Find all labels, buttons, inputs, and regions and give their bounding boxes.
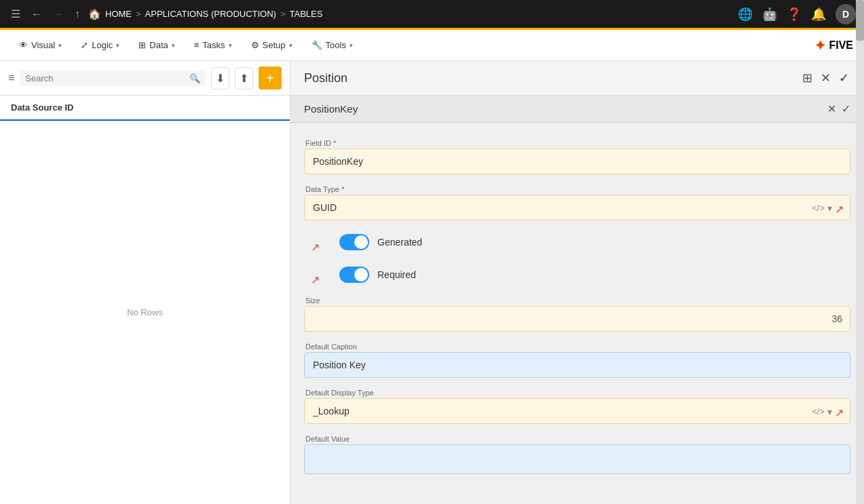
generated-label: Generated [377, 237, 422, 248]
bell-icon[interactable]: 🔔 [811, 7, 826, 22]
breadcrumb: 🏠 HOME > APPLICATIONS (PRODUCTION) > TAB… [88, 8, 732, 20]
size-label: Size [304, 296, 850, 305]
home-icon: 🏠 [88, 8, 101, 20]
top-nav-right: 🌐 🤖 ❓ 🔔 D [738, 4, 856, 24]
size-value: 36 [831, 313, 842, 324]
generated-row: ↗ Generated [331, 231, 850, 253]
breadcrumb-sep2: > [280, 9, 286, 19]
form-area: Field ID * Data Type * </> ▾ ↗ [290, 123, 864, 504]
default-display-type-wrapper: </> ▾ ↗ [304, 398, 850, 424]
size-wrapper: 36 [304, 306, 850, 332]
data-type-wrapper: </> ▾ ↗ [304, 195, 850, 220]
default-caption-group: Default Caption [304, 343, 850, 378]
form-scroll-container: Field ID * Data Type * </> ▾ ↗ [290, 123, 864, 504]
default-caption-label: Default Caption [304, 343, 850, 351]
dropdown-icon[interactable]: ▾ [827, 202, 832, 213]
main-layout: ≡ 🔍 ⬇ ⬆ + Data Source ID No Rows Positio… [0, 61, 864, 504]
size-group: Size 36 [304, 296, 850, 332]
top-nav: ☰ ← → ↑ 🏠 HOME > APPLICATIONS (PRODUCTIO… [0, 0, 864, 30]
panel-header: Position ⊞ ✕ ✓ [290, 61, 864, 96]
grid-view-icon[interactable]: ⊞ [801, 69, 814, 87]
display-dropdown-icon[interactable]: ▾ [827, 406, 832, 416]
required-red-arrow: ↗ [311, 273, 320, 286]
field-id-label: Field ID * [304, 139, 850, 147]
display-code-icon[interactable]: </> [812, 406, 825, 416]
sub-panel-title: PositionKey [304, 103, 358, 115]
required-toggle[interactable] [339, 267, 369, 283]
data-type-group: Data Type * </> ▾ ↗ [304, 185, 850, 220]
default-caption-input[interactable] [304, 352, 850, 378]
setup-label: Setup [263, 40, 286, 50]
sidebar-empty: No Rows [0, 121, 290, 504]
logic-icon: ⤢ [81, 40, 88, 50]
up-icon[interactable]: ↑ [72, 5, 83, 23]
breadcrumb-tables[interactable]: TABLES [290, 9, 323, 19]
default-display-type-group: Default Display Type </> ▾ ↗ [304, 389, 850, 424]
filter-icon[interactable]: ≡ [8, 72, 14, 84]
scroll-indicator [856, 123, 864, 504]
display-type-red-arrow: ↗ [835, 406, 844, 419]
globe-icon[interactable]: 🌐 [738, 7, 753, 22]
field-id-group: Field ID * [304, 139, 850, 174]
nav-data[interactable]: ⊞ Data ▾ [130, 36, 183, 54]
nav-tasks[interactable]: ≡ Tasks ▾ [186, 36, 240, 54]
search-input-wrap: 🔍 [20, 71, 206, 86]
data-caret: ▾ [172, 42, 175, 49]
search-icon: 🔍 [189, 73, 200, 83]
forward-icon[interactable]: → [50, 5, 67, 23]
tools-label: Tools [326, 40, 346, 50]
tasks-caret: ▾ [229, 42, 232, 49]
no-rows-label: No Rows [127, 307, 163, 317]
sidebar-column-header: Data Source ID [0, 96, 290, 121]
second-nav: 👁 Visual ▾ ⤢ Logic ▾ ⊞ Data ▾ ≡ Tasks ▾ … [0, 30, 864, 61]
search-input[interactable] [25, 73, 185, 83]
breadcrumb-home[interactable]: HOME [105, 9, 132, 19]
required-row: ↗ Required [331, 264, 850, 286]
setup-caret: ▾ [289, 42, 293, 49]
field-id-input[interactable] [304, 149, 850, 174]
download-button[interactable]: ⬇ [211, 67, 229, 90]
menu-icon[interactable]: ☰ [8, 5, 23, 23]
display-type-icons: </> ▾ ↗ [812, 405, 844, 418]
nav-logic[interactable]: ⤢ Logic ▾ [73, 36, 128, 54]
robot-icon[interactable]: 🤖 [762, 7, 777, 22]
panel-save-icon[interactable]: ✓ [838, 69, 850, 87]
visual-icon: 👁 [19, 40, 28, 50]
setup-icon: ⚙ [251, 40, 259, 50]
default-value-input[interactable] [304, 444, 850, 474]
size-input[interactable] [304, 306, 850, 332]
data-type-input[interactable] [304, 195, 850, 220]
generated-toggle[interactable] [339, 234, 369, 250]
breadcrumb-sep1: > [136, 9, 141, 19]
logic-label: Logic [92, 40, 113, 50]
column-header-label: Data Source ID [11, 102, 73, 113]
back-icon[interactable]: ← [29, 5, 45, 23]
default-display-type-input[interactable] [304, 398, 850, 424]
breadcrumb-app[interactable]: APPLICATIONS (PRODUCTION) [145, 9, 276, 19]
sidebar: ≡ 🔍 ⬇ ⬆ + Data Source ID No Rows [0, 61, 290, 504]
panel-title: Position [304, 71, 348, 85]
nav-tools[interactable]: 🔧 Tools ▾ [303, 36, 361, 54]
visual-label: Visual [31, 40, 55, 50]
data-label: Data [149, 40, 168, 50]
add-button[interactable]: + [259, 66, 282, 90]
default-value-label: Default Value [304, 435, 850, 443]
right-panel: Position ⊞ ✕ ✓ PositionKey ✕ ✓ Field ID … [290, 61, 864, 504]
avatar[interactable]: D [835, 4, 856, 24]
panel-close-icon[interactable]: ✕ [819, 69, 832, 87]
default-value-group: Default Value [304, 435, 850, 474]
sub-panel: PositionKey ✕ ✓ [290, 96, 864, 123]
help-icon[interactable]: ❓ [787, 7, 802, 22]
sub-save-icon[interactable]: ✓ [842, 102, 850, 115]
code-icon[interactable]: </> [812, 203, 825, 213]
five-logo-text: FIVE [829, 39, 853, 52]
default-display-type-label: Default Display Type [304, 389, 850, 397]
data-type-red-arrow: ↗ [835, 203, 844, 216]
sub-close-icon[interactable]: ✕ [827, 102, 836, 115]
nav-visual[interactable]: 👁 Visual ▾ [11, 36, 70, 54]
sub-panel-actions: ✕ ✓ [827, 102, 850, 115]
upload-button[interactable]: ⬆ [235, 67, 253, 90]
nav-items: 👁 Visual ▾ ⤢ Logic ▾ ⊞ Data ▾ ≡ Tasks ▾ … [11, 36, 361, 54]
five-logo: ✦ FIVE [814, 37, 853, 54]
nav-setup[interactable]: ⚙ Setup ▾ [243, 36, 301, 54]
